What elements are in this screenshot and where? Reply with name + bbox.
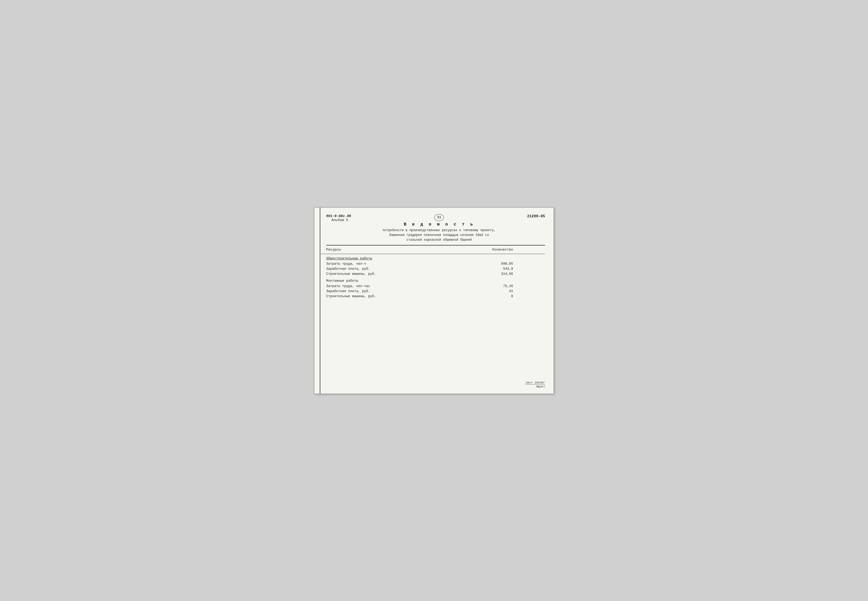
center-block: 31 В е д о м о с т ь потребности в произ… <box>351 214 527 242</box>
col-resources-header: Ресурсы <box>326 248 341 252</box>
row-label: Затраты труда, чел-час <box>326 284 370 288</box>
doc-number-block: 901-6-88c.86 Альбом Х <box>326 214 351 222</box>
subtitle-line3: стальной каркасной обшивной башней <box>351 238 527 242</box>
document-page: 901-6-88c.86 Альбом Х 31 В е д о м о с т… <box>314 207 554 394</box>
row-label: Заработная плата, руб. <box>326 290 370 293</box>
vedomost-title: В е д о м о с т ь <box>351 222 527 227</box>
row-label: Заработная плата, руб. <box>326 267 370 271</box>
table-row: Строительные машины, руб. 8 <box>326 294 545 298</box>
section-title-1: Монтажные работы <box>326 279 545 283</box>
row-value: 8 <box>511 294 513 298</box>
table-body: Общестроительные работы Затраты труда, ч… <box>321 257 545 298</box>
subtitle-line1: потребности в производственных ресурсах … <box>351 228 527 233</box>
table-row: Затраты труда, чел-ч 890,05 <box>326 262 545 266</box>
row-value: 543,9 <box>503 267 513 271</box>
table-row: Заработная плата, руб. 543,9 <box>326 267 545 271</box>
row-value: 75,26 <box>503 284 513 288</box>
section-title-0: Общестроительные работы <box>326 257 545 261</box>
row-value: 41 <box>509 290 513 293</box>
footer-line1: лист 29185г <box>526 381 545 384</box>
row-label: Строительные машины, руб. <box>326 294 376 298</box>
col-quantity-header: Количество <box>492 248 513 252</box>
left-border-line <box>320 208 320 394</box>
row-value: 890,05 <box>501 262 513 266</box>
album-label: Альбом Х <box>331 218 351 222</box>
row-label: Строительные машины, руб. <box>326 272 376 276</box>
page-number: 31 <box>437 215 441 220</box>
subtitle-line2: башенная градирня пленочная площадью сеч… <box>351 233 527 238</box>
drawing-number: 21200-05 <box>527 214 545 218</box>
subtitle: потребности в производственных ресурсах … <box>351 228 527 242</box>
table-header: Ресурсы Количество <box>321 246 545 254</box>
footer-line2: МЦСит <box>526 384 545 388</box>
table-row: Затраты труда, чел-час 75,26 <box>326 284 545 288</box>
table-row: Строительные машины, руб. 314,66 <box>326 272 545 276</box>
header: 901-6-88c.86 Альбом Х 31 В е д о м о с т… <box>321 214 545 242</box>
doc-number: 901-6-88c.86 <box>326 214 351 218</box>
table-row: Заработная плата, руб. 41 <box>326 290 545 293</box>
row-label: Затраты труда, чел-ч <box>326 262 366 266</box>
row-value: 314,66 <box>501 272 513 276</box>
page-circle: 31 <box>434 214 444 221</box>
footer: лист 29185г МЦСит <box>526 381 545 388</box>
